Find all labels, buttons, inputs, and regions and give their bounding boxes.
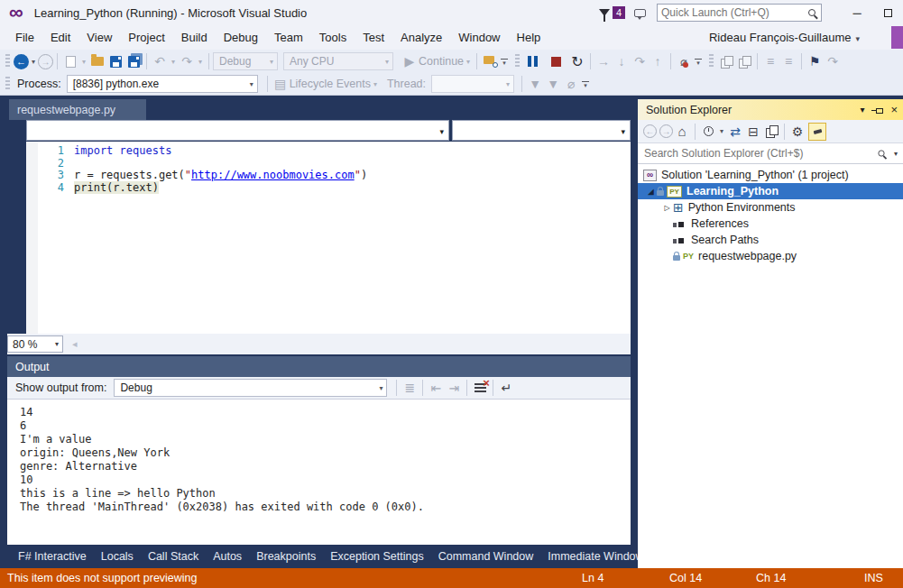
code-editor[interactable]: 1import requests23r = requests.get("http… xyxy=(26,142,631,334)
home-icon[interactable]: ⌂ xyxy=(673,123,691,141)
word-wrap-icon[interactable]: ↵ xyxy=(497,379,515,397)
flag-threads-icon[interactable]: ▼ xyxy=(544,75,562,93)
continue-play-icon[interactable]: ▶ xyxy=(401,52,419,70)
maximize-button[interactable] xyxy=(872,3,903,23)
redo-dropdown-icon[interactable]: ▾ xyxy=(196,58,205,66)
find-message-icon[interactable]: ≣ xyxy=(401,379,419,397)
editor-tab[interactable]: requestwebpage.py xyxy=(9,99,146,120)
undo-dropdown-icon[interactable]: ▾ xyxy=(169,58,178,66)
filter-dropdown-icon[interactable]: ▾ xyxy=(717,127,726,135)
navbar-types-combo[interactable]: ▾ xyxy=(26,120,449,141)
zoom-level-combo[interactable]: 80 %▾ xyxy=(7,335,63,353)
attach-to-process-icon[interactable] xyxy=(484,56,497,67)
increase-indent-icon[interactable]: ≡ xyxy=(779,52,797,70)
menu-team[interactable]: Team xyxy=(266,27,311,48)
tool-tab-command-window[interactable]: Command Window xyxy=(431,547,541,566)
menu-file[interactable]: File xyxy=(7,27,42,48)
sync-with-active-document-icon[interactable]: ⇄ xyxy=(726,123,744,141)
navigate-back-dropdown-icon[interactable]: ▾ xyxy=(29,58,38,66)
code-line[interactable]: 4print(r.text) xyxy=(26,181,631,194)
tool-tab-call-stack[interactable]: Call Stack xyxy=(141,547,206,566)
tool-tab-autos[interactable]: Autos xyxy=(206,547,249,566)
toggle-flagged-icon[interactable]: ⌀ xyxy=(562,75,580,93)
match-brace-icon[interactable] xyxy=(721,56,733,68)
quick-launch-box[interactable] xyxy=(657,4,822,22)
previous-message-icon[interactable]: ⇤ xyxy=(427,379,445,397)
output-source-combo[interactable]: Debug▾ xyxy=(114,379,387,397)
menu-view[interactable]: View xyxy=(78,27,120,48)
toolbar-overflow-icon[interactable]: ▾ xyxy=(580,81,591,87)
tool-tab-locals[interactable]: Locals xyxy=(94,547,141,566)
tool-tab-f#-interactive[interactable]: F# Interactive xyxy=(11,547,94,566)
menu-tools[interactable]: Tools xyxy=(311,27,355,48)
solution-explorer-header[interactable]: Solution Explorer ▾ × xyxy=(638,99,903,120)
solution-explorer-search-input[interactable] xyxy=(638,147,878,160)
save-icon[interactable] xyxy=(110,56,122,68)
menu-edit[interactable]: Edit xyxy=(42,27,78,48)
menu-test[interactable]: Test xyxy=(355,27,392,48)
search-options-dropdown-icon[interactable]: ▾ xyxy=(894,150,898,158)
tree-item-references[interactable]: References xyxy=(638,216,903,232)
menu-project[interactable]: Project xyxy=(120,27,172,48)
feedback-icon[interactable] xyxy=(634,9,646,17)
lifecycle-events-icon[interactable]: ▤ xyxy=(272,75,290,93)
toolbar-grip[interactable] xyxy=(5,54,10,69)
preview-selected-items-toggle[interactable] xyxy=(808,123,826,141)
new-file-icon[interactable] xyxy=(66,56,76,68)
toolbar-grip[interactable] xyxy=(5,77,10,91)
tool-tab-exception-settings[interactable]: Exception Settings xyxy=(323,547,431,566)
breakpoints-icon[interactable]: ⌀ xyxy=(680,55,687,69)
tree-item-requestwebpage.py[interactable]: PYrequestwebpage.py xyxy=(638,248,903,264)
next-message-icon[interactable]: ⇥ xyxy=(445,379,463,397)
quick-launch-input[interactable] xyxy=(658,6,808,19)
open-file-icon[interactable] xyxy=(91,57,104,66)
code-line[interactable]: 2 xyxy=(26,157,631,170)
step-over-icon[interactable]: ↷ xyxy=(631,52,649,70)
account-name[interactable]: Rideau François-Guillaume▾ xyxy=(709,31,860,44)
menu-debug[interactable]: Debug xyxy=(216,27,266,48)
show-threads-filter-icon[interactable]: ▼ xyxy=(526,75,544,93)
show-next-statement-icon[interactable]: → xyxy=(594,52,613,70)
toolbar-overflow-icon[interactable]: ▾ xyxy=(693,59,704,65)
toolbar-grip[interactable] xyxy=(515,54,520,69)
navigate-forward-button[interactable]: → xyxy=(38,54,53,69)
auto-hide-pin-icon[interactable] xyxy=(871,105,883,115)
output-content[interactable]: 146I'm a valueorigin: Queens,New Yorkgen… xyxy=(7,400,631,545)
collapse-all-icon[interactable]: ⊟ xyxy=(744,123,762,141)
comment-icon[interactable] xyxy=(739,56,751,68)
lifecycle-events-button[interactable]: Lifecycle Events xyxy=(290,78,371,90)
minimize-button[interactable]: ─ xyxy=(842,3,872,23)
next-bookmark-icon[interactable]: ↷ xyxy=(824,52,842,70)
tree-item-learning-python[interactable]: ◢PYLearning_Python xyxy=(638,183,903,199)
se-forward-button[interactable]: → xyxy=(659,124,673,138)
code-line[interactable]: 3r = requests.get("http://www.noobmovies… xyxy=(26,169,631,181)
solution-explorer-search[interactable]: ▾ xyxy=(638,143,903,164)
tree-item-solution-learning-python-1-project-[interactable]: ∞Solution 'Learning_Python' (1 project) xyxy=(638,167,903,183)
tree-collapsed-icon[interactable]: ▷ xyxy=(661,204,673,212)
thread-combo[interactable]: ▾ xyxy=(431,75,514,93)
menu-window[interactable]: Window xyxy=(450,27,508,48)
toolbar-grip[interactable] xyxy=(709,54,714,69)
tree-expanded-icon[interactable]: ◢ xyxy=(645,188,657,196)
continue-button[interactable]: Continue xyxy=(419,55,464,68)
tree-item-python-environments[interactable]: ▷⊞Python Environments xyxy=(638,199,903,216)
configuration-combo[interactable]: Debug▾ xyxy=(213,52,278,70)
notifications-funnel-icon[interactable] xyxy=(599,9,610,16)
save-all-icon[interactable] xyxy=(128,56,140,68)
continue-dropdown-icon[interactable]: ▾ xyxy=(464,58,473,66)
menu-help[interactable]: Help xyxy=(509,27,549,48)
redo-icon[interactable]: ↷ xyxy=(178,52,196,70)
toolbar-overflow-icon[interactable]: ▾ xyxy=(499,59,510,65)
new-file-dropdown-icon[interactable]: ▾ xyxy=(79,58,88,66)
pending-changes-filter-icon[interactable] xyxy=(704,126,714,136)
menu-analyze[interactable]: Analyze xyxy=(392,27,450,48)
code-line[interactable]: 1import requests xyxy=(26,144,631,157)
step-out-icon[interactable]: ↑ xyxy=(649,52,667,70)
menu-build[interactable]: Build xyxy=(173,27,216,48)
undo-icon[interactable]: ↶ xyxy=(151,52,169,70)
tool-tab-breakpoints[interactable]: Breakpoints xyxy=(249,547,323,566)
lifecycle-dropdown-icon[interactable]: ▾ xyxy=(371,80,380,88)
se-back-button[interactable]: ← xyxy=(643,124,657,138)
notification-count-badge[interactable]: 4 xyxy=(613,6,625,19)
tree-item-search-paths[interactable]: Search Paths xyxy=(638,232,903,248)
